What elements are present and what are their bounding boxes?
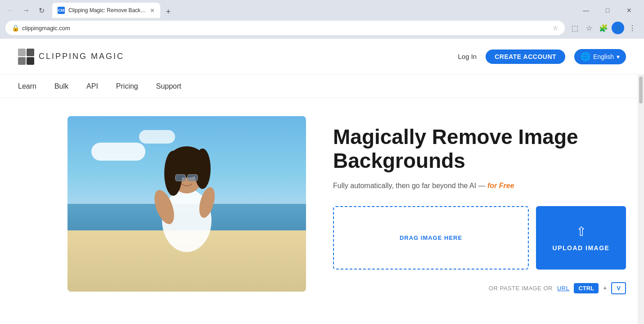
- nav-bulk[interactable]: Bulk: [54, 82, 68, 90]
- create-account-button[interactable]: CREATE ACCOUNT: [486, 50, 565, 64]
- logo[interactable]: CLIPPING MAGIC: [18, 49, 124, 65]
- bookmark-icon[interactable]: ☆: [553, 24, 558, 32]
- logo-sq-3: [18, 57, 26, 65]
- window-controls: — □ ✕: [576, 4, 639, 17]
- nav-api[interactable]: API: [86, 82, 98, 90]
- language-label: English: [593, 53, 614, 60]
- tab-close-button[interactable]: ✕: [150, 7, 155, 14]
- svg-point-5: [164, 151, 182, 196]
- chevron-down-icon: ▾: [617, 53, 620, 60]
- forward-button[interactable]: →: [20, 4, 32, 17]
- logo-text: CLIPPING MAGIC: [39, 52, 124, 61]
- for-free-text: for Free: [487, 182, 514, 189]
- tab-title: Clipping Magic: Remove Backg…: [68, 7, 146, 14]
- drag-zone[interactable]: DRAG IMAGE HERE: [333, 206, 529, 270]
- paste-area: OR PASTE IMAGE OR URL CTRL + V: [333, 282, 626, 294]
- person-figure: [137, 130, 236, 256]
- drag-zone-label: DRAG IMAGE HERE: [400, 234, 462, 241]
- hero-image-inner: [68, 116, 306, 292]
- menu-icon[interactable]: ⋮: [626, 22, 639, 34]
- scrollbar[interactable]: [638, 75, 644, 324]
- address-bar-row: 🔒 clippingmagic.com ☆ ⬚ ☆ 🧩 👤 ⋮: [0, 18, 644, 39]
- nav-support[interactable]: Support: [156, 82, 181, 90]
- address-text: clippingmagic.com: [22, 25, 550, 32]
- upload-button-label: UPLOAD IMAGE: [553, 244, 610, 252]
- hero-subtitle: Fully automatically, then go far beyond …: [333, 182, 626, 190]
- v-key-badge: V: [611, 282, 626, 294]
- globe-icon: 🌐: [581, 52, 590, 62]
- header-nav: Log In CREATE ACCOUNT 🌐 English ▾: [458, 49, 626, 64]
- nav-learn[interactable]: Learn: [18, 82, 36, 90]
- screen-cast-icon[interactable]: ⬚: [568, 22, 581, 34]
- page-content: CLIPPING MAGIC Log In CREATE ACCOUNT 🌐 E…: [0, 39, 644, 324]
- action-area: DRAG IMAGE HERE ⇧ UPLOAD IMAGE: [333, 206, 626, 270]
- svg-rect-7: [176, 175, 185, 181]
- extensions-icon[interactable]: 🧩: [597, 22, 610, 34]
- paste-prefix: OR PASTE IMAGE OR: [489, 285, 553, 292]
- maximize-button[interactable]: □: [597, 4, 618, 17]
- logo-sq-4: [27, 57, 34, 65]
- browser-chrome: ← → ↻ CM Clipping Magic: Remove Backg… ✕…: [0, 0, 644, 39]
- ctrl-key-badge: CTRL: [574, 283, 599, 293]
- new-tab-button[interactable]: +: [162, 5, 175, 18]
- toolbar-icons: ⬚ ☆ 🧩 👤 ⋮: [568, 22, 639, 34]
- plus-sign: +: [603, 284, 607, 292]
- browser-titlebar: ← → ↻ CM Clipping Magic: Remove Backg… ✕…: [0, 0, 644, 18]
- browser-controls: ← → ↻: [5, 4, 48, 17]
- address-bar[interactable]: 🔒 clippingmagic.com ☆: [5, 21, 565, 35]
- logo-icon: [18, 49, 34, 65]
- hero-title: Magically Remove Image Backgrounds: [333, 125, 626, 173]
- logo-sq-2: [27, 49, 34, 56]
- hero-text-area: Magically Remove Image Backgrounds Fully…: [333, 116, 626, 294]
- minimize-button[interactable]: —: [576, 4, 596, 17]
- tab-bar: CM Clipping Magic: Remove Backg… ✕ +: [52, 3, 576, 18]
- close-button[interactable]: ✕: [619, 4, 639, 17]
- profile-avatar[interactable]: 👤: [612, 22, 624, 34]
- site-nav: Learn Bulk API Pricing Support: [0, 75, 644, 98]
- nav-pricing[interactable]: Pricing: [116, 82, 138, 90]
- login-link[interactable]: Log In: [458, 53, 477, 60]
- logo-sq-1: [18, 49, 26, 56]
- subtitle-prefix: Fully automatically, then go far beyond …: [333, 182, 487, 189]
- svg-rect-8: [188, 175, 198, 181]
- language-selector[interactable]: 🌐 English ▾: [574, 49, 626, 64]
- hero-image: [68, 116, 306, 292]
- bookmark-star-icon[interactable]: ☆: [583, 22, 595, 34]
- tab-favicon: CM: [58, 7, 65, 14]
- back-button[interactable]: ←: [5, 4, 17, 17]
- upload-arrow-icon: ⇧: [576, 224, 586, 239]
- svg-point-6: [194, 148, 211, 189]
- upload-image-button[interactable]: ⇧ UPLOAD IMAGE: [536, 206, 626, 270]
- active-tab[interactable]: CM Clipping Magic: Remove Backg… ✕: [52, 3, 160, 18]
- paste-url-link[interactable]: URL: [557, 285, 570, 292]
- site-header: CLIPPING MAGIC Log In CREATE ACCOUNT 🌐 E…: [0, 39, 644, 75]
- reload-button[interactable]: ↻: [35, 4, 48, 17]
- scrollbar-thumb: [639, 76, 643, 104]
- main-content: Magically Remove Image Backgrounds Fully…: [0, 98, 644, 312]
- lock-icon: 🔒: [12, 24, 19, 32]
